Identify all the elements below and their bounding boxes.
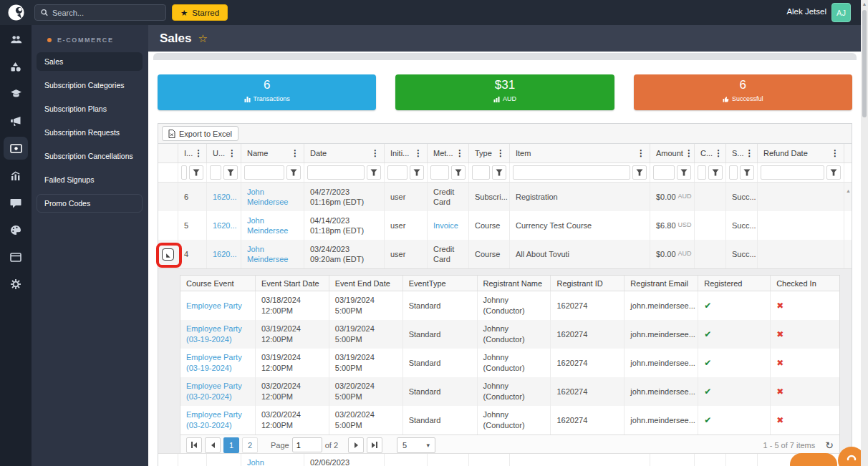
header-amount[interactable]: Amount⋮ [650, 144, 695, 162]
user-name-link[interactable]: John Meindersee [247, 215, 298, 236]
rail-users-icon[interactable] [0, 26, 32, 53]
avatar[interactable]: AJ [831, 3, 851, 22]
column-menu-icon[interactable]: ⋮ [289, 148, 301, 158]
detail-header-registrant-name[interactable]: Registrant Name [478, 276, 551, 291]
invoice-link[interactable]: Invoice [433, 220, 458, 230]
header-id[interactable]: I...⋮ [178, 144, 207, 162]
filter-amount-input[interactable] [653, 165, 675, 180]
column-menu-icon[interactable]: ⋮ [193, 148, 204, 158]
header-name[interactable]: Name⋮ [241, 144, 304, 162]
filter-name-button[interactable] [286, 165, 301, 180]
filter-amount-button[interactable] [677, 165, 691, 180]
refresh-icon[interactable]: ↻ [825, 440, 834, 451]
rail-comments-icon[interactable] [0, 189, 32, 216]
grid-scroll-up-icon[interactable]: ▲ [846, 188, 851, 193]
user-id-link[interactable]: 1620... [213, 220, 237, 230]
rail-reports-icon[interactable] [0, 162, 32, 189]
column-menu-icon[interactable]: ⋮ [495, 148, 506, 158]
course-event-link[interactable]: Employee Party (03-19-2024) [186, 324, 249, 345]
header-item[interactable]: Item⋮ [510, 144, 650, 162]
favorite-star-icon[interactable]: ☆ [198, 32, 207, 45]
detail-header-registrant-id[interactable]: Registrant ID [551, 276, 625, 291]
header-refund-date[interactable]: Refund Date⋮ [758, 144, 844, 162]
scrollbar-up-icon[interactable]: ▲ [861, 1, 868, 6]
filter-item-button[interactable] [632, 165, 647, 180]
column-menu-icon[interactable]: ⋮ [226, 148, 238, 158]
column-menu-icon[interactable]: ⋮ [829, 148, 841, 158]
sidebar-item-sales[interactable]: Sales [37, 52, 143, 71]
sidebar-item-subscription-cancellations[interactable]: Subscription Cancellations [37, 147, 143, 165]
rail-ecommerce-icon[interactable] [0, 135, 32, 162]
column-menu-icon[interactable]: ⋮ [413, 148, 424, 158]
export-to-excel-button[interactable]: Export to Excel [162, 126, 238, 141]
column-menu-icon[interactable]: ⋮ [713, 148, 724, 158]
user-name-link[interactable]: John Meindersee [247, 244, 298, 265]
filter-s-input[interactable] [729, 165, 738, 180]
header-user[interactable]: U...⋮ [207, 144, 241, 162]
column-menu-icon[interactable]: ⋮ [744, 148, 756, 158]
pager-prev-button[interactable] [205, 437, 221, 453]
column-menu-icon[interactable]: ⋮ [683, 148, 695, 158]
filter-type-button[interactable] [492, 165, 506, 180]
rail-content-icon[interactable] [0, 53, 32, 80]
rail-pages-icon[interactable] [0, 243, 32, 271]
filter-id-input[interactable] [181, 165, 187, 180]
column-menu-icon[interactable]: ⋮ [635, 148, 647, 158]
detail-header-end[interactable]: Event End Date [329, 276, 403, 291]
filter-name-input[interactable] [244, 165, 284, 180]
header-date[interactable]: Date⋮ [304, 144, 385, 162]
filter-user-input[interactable] [210, 165, 221, 180]
filter-date-button[interactable] [367, 165, 381, 180]
filter-id-button[interactable] [189, 165, 203, 180]
rail-courses-icon[interactable] [0, 80, 32, 107]
user-id-link[interactable]: 1620... [213, 249, 237, 259]
pager-first-button[interactable] [186, 437, 202, 453]
sidebar-item-failed-signups[interactable]: Failed Signups [37, 170, 143, 189]
course-event-link[interactable]: Employee Party (03-20-2024) [186, 409, 249, 431]
sidebar-item-promo-codes[interactable]: Promo Codes [37, 194, 143, 213]
pager-page-input[interactable] [292, 437, 322, 452]
detail-header-registered[interactable]: Registered [698, 276, 771, 291]
detail-header-checked-in[interactable]: Checked In [771, 276, 839, 291]
filter-initiator-input[interactable] [387, 165, 408, 180]
filter-user-button[interactable] [223, 165, 238, 180]
header-s[interactable]: S...⋮ [726, 144, 758, 162]
detail-header-course-event[interactable]: Course Event [180, 276, 256, 291]
header-method[interactable]: Met...⋮ [428, 144, 469, 162]
starred-button[interactable]: ★ Starred [172, 4, 228, 21]
search-input[interactable] [52, 9, 160, 17]
filter-s-button[interactable] [740, 165, 754, 180]
column-menu-icon[interactable]: ⋮ [454, 148, 466, 158]
app-logo-icon[interactable] [7, 4, 25, 21]
detail-header-registrant-email[interactable]: Registrant Email [625, 276, 698, 291]
filter-item-input[interactable] [513, 165, 630, 180]
pager-last-button[interactable] [367, 437, 382, 453]
pager-page-2[interactable]: 2 [242, 437, 258, 453]
course-event-link[interactable]: Employee Party [186, 301, 242, 311]
page-scrollbar[interactable]: ▲ [861, 0, 868, 466]
detail-header-start[interactable]: Event Start Date [256, 276, 329, 291]
filter-method-button[interactable] [451, 165, 466, 180]
user-id-link[interactable]: 1620... [213, 192, 237, 202]
detail-header-type[interactable]: EventType [403, 276, 478, 291]
header-initiator[interactable]: Initi...⋮ [385, 144, 428, 162]
filter-initiator-button[interactable] [410, 165, 424, 180]
user-name-link[interactable]: John [247, 457, 264, 466]
column-menu-icon[interactable]: ⋮ [370, 148, 381, 158]
sidebar-item-subscription-requests[interactable]: Subscription Requests [37, 123, 143, 142]
rail-marketing-icon[interactable] [0, 107, 32, 135]
filter-method-input[interactable] [430, 165, 449, 180]
pager-next-button[interactable] [348, 437, 364, 453]
sidebar-item-subscription-categories[interactable]: Subscription Categories [37, 76, 143, 94]
scrollbar-thumb[interactable] [862, 10, 867, 117]
filter-c-button[interactable] [708, 165, 723, 180]
pager-page-1[interactable]: 1 [223, 437, 239, 453]
sidebar-item-subscription-plans[interactable]: Subscription Plans [37, 99, 143, 118]
rail-branding-icon[interactable] [0, 216, 32, 243]
header-type[interactable]: Type⋮ [469, 144, 510, 162]
filter-type-input[interactable] [472, 165, 490, 180]
header-c[interactable]: C...⋮ [695, 144, 726, 162]
course-event-link[interactable]: Employee Party (03-19-2024) [186, 352, 249, 374]
course-event-link[interactable]: Employee Party (03-20-2024) [186, 381, 249, 402]
filter-refund-input[interactable] [761, 165, 824, 180]
